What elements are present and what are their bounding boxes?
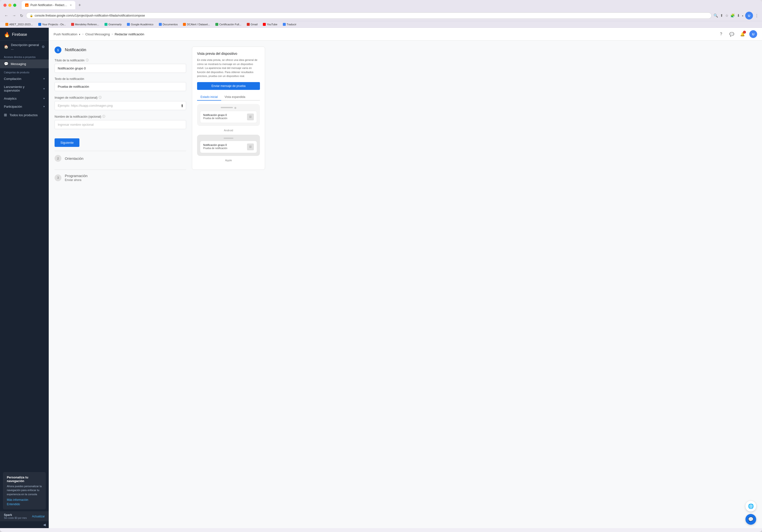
close-button[interactable] — [3, 4, 7, 7]
promo-understood-btn[interactable]: Entendido — [7, 502, 42, 506]
bookmark-projects[interactable]: Your Projects - Ov... — [36, 22, 68, 27]
notification-title-input[interactable] — [54, 64, 186, 73]
sidebar-item-messaging[interactable]: 💬 Messaging — [0, 59, 49, 68]
sidebar-all-products[interactable]: ⊞ Todos los productos — [0, 111, 49, 119]
step3-title: Programación — [65, 174, 88, 178]
traffic-lights — [3, 4, 16, 7]
notification-name-input[interactable] — [54, 120, 186, 129]
bookmark-docs-icon — [159, 23, 162, 26]
sidebar-item-lanzamiento[interactable]: Lanzamiento y supervisión ▾ — [0, 83, 49, 95]
lanzamiento-chevron-icon: ▾ — [43, 87, 45, 90]
sidebar-analytics-label: Analytics — [4, 97, 41, 100]
share-icon[interactable]: ⬆ — [720, 13, 723, 18]
url-bar[interactable]: 🔒 console.firebase.google.com/u/1/projec… — [26, 12, 712, 19]
collapse-icon: ◀ — [43, 523, 46, 527]
title-help-icon[interactable]: ⓘ — [86, 58, 89, 62]
sidebar-toggle-icon[interactable]: ▪ — [742, 14, 743, 18]
android-pill — [221, 107, 233, 108]
bookmark-grammarly[interactable]: Grammarly — [103, 22, 123, 27]
refresh-button[interactable]: ↻ — [19, 13, 24, 19]
android-notification-image: 🖼 — [247, 114, 254, 120]
preview-description: En esta vista previa, se ofrece una idea… — [197, 58, 260, 78]
bookmark-cert-icon — [215, 23, 218, 26]
help-button[interactable]: ? — [717, 30, 725, 38]
user-avatar-header[interactable]: U — [749, 30, 757, 38]
header-actions: ? 💬 🔔 ! U — [717, 30, 757, 38]
home-icon: 🏠 — [4, 44, 9, 49]
tab-close-icon[interactable]: ✕ — [70, 4, 72, 7]
settings-icon[interactable]: ⚙ — [42, 45, 45, 49]
forward-button[interactable]: → — [11, 13, 17, 18]
minimize-button[interactable] — [8, 4, 11, 7]
notifications-button[interactable]: 🔔 ! — [739, 30, 746, 38]
breadcrumb-cloud-messaging[interactable]: Cloud Messaging — [85, 33, 110, 36]
content-area: 1 Notificación Título de la notificación… — [49, 41, 762, 528]
chat-fab[interactable]: 💬 — [745, 514, 756, 525]
bookmark-google-academico[interactable]: Google Académico — [125, 22, 155, 27]
maximize-button[interactable] — [13, 4, 16, 7]
main-header: Push Notification ▾ › Cloud Messaging › … — [49, 28, 762, 41]
promo-more-link[interactable]: Más información — [7, 498, 42, 501]
sidebar-collapse[interactable]: ◀ — [0, 521, 49, 528]
image-help-icon[interactable]: ⓘ — [99, 96, 102, 100]
sidebar-participacion-label: Participación — [4, 105, 41, 109]
bookmark-abet[interactable]: ABET_2022-2023... — [3, 22, 35, 27]
android-mockup: Notificación grupo 0 Prueba de notificac… — [197, 104, 260, 126]
sidebar-spark: Spark Sin costo $0 por mes Actualizar — [0, 511, 49, 521]
search-icon[interactable]: 🔍 — [714, 13, 718, 18]
tab-title: Push Notification - Redactar n... — [31, 3, 68, 7]
apple-notification-body: Prueba de notificación — [203, 147, 245, 150]
star-icon[interactable]: ☆ — [725, 13, 728, 18]
upload-icon[interactable]: ⬆ — [181, 103, 184, 108]
tab-expanded-view[interactable]: Vista expandida — [221, 94, 249, 101]
extension-icon[interactable]: 🧩 — [730, 13, 735, 18]
bookmark-abet-icon — [5, 23, 8, 26]
sidebar-item-compilacion[interactable]: Compilación ▾ — [0, 75, 49, 83]
body-field-group: Texto de la notificación — [54, 77, 186, 91]
breadcrumb-current: Redactar notificación — [115, 33, 144, 36]
bookmark-mendeley[interactable]: Mendeley Referen... — [69, 22, 101, 27]
bookmark-documentos[interactable]: Documentos — [157, 22, 180, 27]
android-notification-body: Prueba de notificación — [203, 117, 245, 119]
tab-initial-state[interactable]: Estado inicial — [197, 94, 221, 101]
bookmark-certificacion[interactable]: Certificación Full... — [213, 22, 243, 27]
breadcrumb: Push Notification ▾ › Cloud Messaging › … — [53, 33, 144, 36]
bookmarks-bar: ABET_2022-2023... Your Projects - Ov... … — [0, 21, 762, 28]
image-field-group: Imagen de notificación (opcional) ⓘ ⬆ — [54, 96, 186, 110]
title-label: Título de la notificación ⓘ — [54, 58, 186, 62]
upgrade-button[interactable]: Actualizar — [32, 515, 45, 518]
translate-fab[interactable]: 🌐 — [745, 501, 756, 511]
sidebar-header: 🔥 Firebase — [0, 28, 49, 41]
breadcrumb-push-notification[interactable]: Push Notification ▾ — [53, 33, 80, 36]
active-tab[interactable]: 🔥 Push Notification - Redactar n... ✕ — [22, 1, 75, 9]
compilacion-chevron-icon: ▾ — [43, 77, 45, 80]
bookmark-traducir-icon — [283, 23, 286, 26]
name-help-icon[interactable]: ⓘ — [102, 114, 105, 118]
menu-icon[interactable]: ⋮ — [755, 13, 759, 18]
send-test-button[interactable]: Enviar mensaje de prueba — [197, 82, 260, 90]
sidebar-item-participacion[interactable]: Participación ▾ — [0, 103, 49, 111]
step1-title: Notificación — [65, 47, 86, 52]
preview-panel: Vista previa del dispositivo En esta vis… — [192, 46, 265, 170]
image-url-input[interactable] — [54, 101, 186, 110]
new-tab-button[interactable]: + — [76, 2, 83, 9]
feedback-button[interactable]: 💬 — [728, 30, 736, 38]
sidebar-home-row[interactable]: 🏠 Descripción general ... ⚙ — [0, 41, 49, 53]
bookmark-projects-icon — [38, 23, 41, 26]
bookmark-gmail[interactable]: Gmail — [245, 22, 260, 27]
android-notification-title: Notificación grupo 0 — [203, 114, 245, 116]
messaging-icon: 💬 — [4, 62, 8, 66]
bookmark-dcalert[interactable]: DCAlert / Dataset... — [181, 22, 212, 27]
back-button[interactable]: ← — [3, 13, 9, 18]
image-input-wrapper: ⬆ — [54, 101, 186, 110]
user-avatar[interactable]: U — [745, 12, 753, 20]
url-text: console.firebase.google.com/u/1/project/… — [35, 14, 708, 17]
sidebar-item-analytics[interactable]: Analytics ▾ — [0, 95, 49, 103]
bookmark-traducir[interactable]: Traducir — [281, 22, 298, 27]
download-icon[interactable]: ⬇ — [737, 13, 740, 18]
next-button[interactable]: Siguiente — [54, 138, 79, 147]
bookmark-youtube[interactable]: YouTube — [261, 22, 279, 27]
bookmark-gmail-icon — [247, 23, 250, 26]
notification-body-input[interactable] — [54, 82, 186, 91]
tab-favicon: 🔥 — [25, 3, 29, 7]
